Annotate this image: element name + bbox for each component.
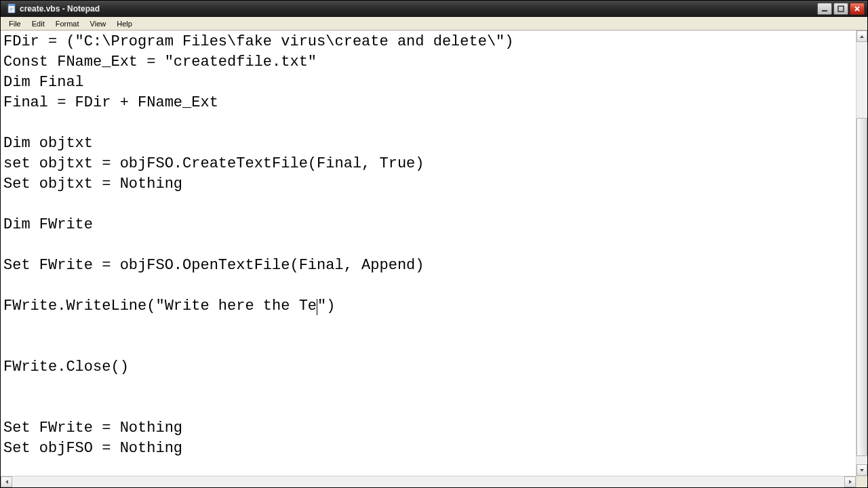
vertical-scroll-thumb[interactable] <box>856 118 867 455</box>
vertical-scrollbar[interactable] <box>856 30 867 476</box>
svg-rect-6 <box>838 6 844 12</box>
scroll-up-button[interactable] <box>856 30 867 42</box>
minimize-button[interactable] <box>817 3 832 15</box>
menu-edit[interactable]: Edit <box>26 18 50 29</box>
menu-file[interactable]: File <box>3 18 26 29</box>
menubar: File Edit Format View Help <box>1 17 867 30</box>
scroll-left-button[interactable] <box>1 476 12 487</box>
close-button[interactable] <box>850 3 865 15</box>
bottom-scroll-row <box>1 476 867 487</box>
app-window: create.vbs - Notepad File Edit Format Vi… <box>0 0 868 488</box>
titlebar[interactable]: create.vbs - Notepad <box>1 1 867 17</box>
notepad-icon <box>6 3 17 14</box>
window-title: create.vbs - Notepad <box>20 4 817 14</box>
vertical-scroll-track[interactable] <box>856 42 867 464</box>
menu-view[interactable]: View <box>85 18 112 29</box>
scroll-right-button[interactable] <box>844 476 856 487</box>
scroll-down-button[interactable] <box>856 464 867 476</box>
menu-help[interactable]: Help <box>111 18 138 29</box>
svg-rect-1 <box>8 4 15 6</box>
horizontal-scrollbar[interactable] <box>1 476 856 487</box>
scroll-corner <box>856 476 867 487</box>
text-editor[interactable]: FDir = ("C:\Program Files\fake virus\cre… <box>1 30 856 476</box>
text-caret <box>317 299 317 315</box>
maximize-button[interactable] <box>833 3 848 15</box>
horizontal-scroll-track[interactable] <box>12 476 844 487</box>
svg-rect-5 <box>822 10 827 12</box>
window-controls <box>817 3 865 15</box>
editor-container: FDir = ("C:\Program Files\fake virus\cre… <box>1 30 867 476</box>
menu-format[interactable]: Format <box>50 18 85 29</box>
